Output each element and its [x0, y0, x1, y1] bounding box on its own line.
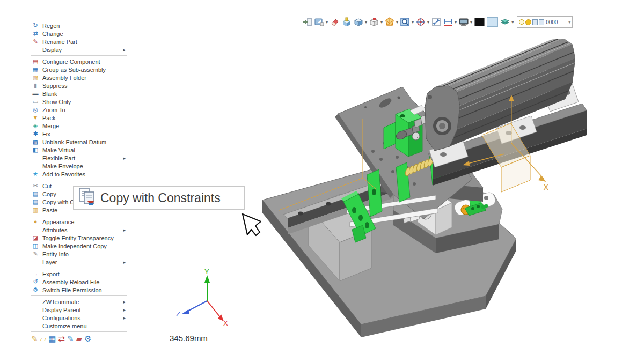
menu-item-rename-part[interactable]: ✎Rename Part: [31, 38, 127, 46]
merge-icon: ◈: [31, 122, 40, 130]
edit-part-icon[interactable]: ✎: [67, 334, 74, 344]
dropdown-caret-icon[interactable]: ▾: [380, 20, 383, 25]
menu-item-assembly-folder[interactable]: ▧Assembly Folder: [31, 73, 127, 82]
menu-item-entity-info[interactable]: ✎Entity Info: [31, 250, 127, 258]
menu-item-add-to-favorites[interactable]: ★Add to Favorites: [31, 170, 127, 178]
y-axis-arrow: [204, 275, 210, 283]
dropdown-caret-icon[interactable]: ▾: [455, 20, 457, 25]
pin-view-button[interactable]: [341, 16, 352, 28]
triad-x-label: X: [223, 319, 228, 327]
menu-item-display[interactable]: Display▸: [31, 46, 127, 54]
copy-with-constraints-icon: ▤: [31, 198, 40, 206]
menu-item-merge[interactable]: ◈Merge: [31, 122, 127, 130]
dropdown-caret-icon[interactable]: ▾: [427, 20, 429, 25]
black-color-swatch[interactable]: [474, 16, 485, 28]
menu-item-flexible-part[interactable]: Flexible Part▸: [31, 154, 127, 162]
corner-view-button[interactable]: [369, 16, 379, 28]
menu-item-label: Toggle Entity Transparency: [42, 235, 114, 241]
menu-item-regen[interactable]: ↻Regen: [31, 21, 127, 29]
menu-item-change[interactable]: ⇄Change: [31, 29, 127, 38]
suppress-icon: ▮: [31, 82, 40, 90]
erase-button[interactable]: [330, 16, 340, 28]
target-icon: [416, 17, 426, 27]
menu-item-label: Flexible Part: [42, 155, 75, 161]
dropdown-caret-icon[interactable]: ▾: [396, 20, 398, 25]
menu-item-suppress[interactable]: ▮Suppress: [31, 82, 127, 90]
menu-item-display-parent[interactable]: Display Parent▸: [31, 306, 127, 314]
active-color-swatch[interactable]: [486, 16, 499, 28]
menu-item-label: Configurations: [42, 315, 80, 321]
menu-item-label: Attributes: [42, 227, 67, 233]
menu-item-appearance[interactable]: ●Appearance: [31, 218, 127, 226]
appearance-icon: ●: [31, 218, 40, 226]
layer-manager-button[interactable]: [500, 16, 510, 28]
sheet-grid-icon: [539, 19, 544, 25]
point-snap-button[interactable]: [415, 16, 426, 28]
dropdown-caret-icon[interactable]: ▾: [326, 20, 328, 25]
menu-item-zoom-to[interactable]: ◎Zoom To: [31, 106, 127, 114]
display-monitor-button[interactable]: [458, 16, 469, 28]
menu-item-label: Configure Component: [42, 58, 100, 65]
menu-item-switch-file-permission[interactable]: ⚙Switch File Permission: [31, 286, 127, 294]
drawing-sheet-icon[interactable]: ▦: [48, 334, 56, 344]
combo-caret-icon[interactable]: ▾: [568, 20, 570, 25]
menu-item-pack[interactable]: ▼Pack: [31, 114, 127, 122]
transfer-arrows-icon[interactable]: ⇄: [58, 334, 65, 344]
configure-component-icon: ▤: [31, 57, 40, 65]
zoom-window-button[interactable]: [400, 16, 411, 28]
dropdown-caret-icon[interactable]: ▾: [470, 20, 472, 25]
menu-item-label: Display: [42, 47, 62, 53]
menu-item-make-envelope[interactable]: Make Envelope: [31, 162, 127, 170]
sketch-tool-icon[interactable]: ✎: [31, 334, 38, 344]
menu-item-make-virtual[interactable]: ◧Make Virtual: [31, 146, 127, 154]
part-settings-icon[interactable]: ⚙: [84, 334, 91, 344]
entity-info-icon: ✎: [31, 250, 40, 258]
menu-item-label: Assembly Folder: [42, 75, 86, 81]
exit-button[interactable]: [302, 16, 313, 28]
menu-item-attributes[interactable]: Attributes▸: [31, 226, 127, 234]
menu-item-assembly-reload-file[interactable]: ↺Assembly Reload File: [31, 278, 127, 286]
cursor-arrow: [243, 214, 261, 235]
menu-item-unblank-external-datum[interactable]: ▩Unblank External Datum: [31, 138, 127, 146]
fullscreen-icon: [431, 17, 441, 27]
menu-item-label: Appearance: [42, 219, 74, 225]
view-orientation-button[interactable]: [314, 16, 325, 28]
menu-item-blank[interactable]: ▬Blank: [31, 90, 127, 98]
submenu-arrow-icon: ▸: [123, 156, 126, 161]
menu-separator: [31, 180, 127, 180]
menu-item-customize-menu[interactable]: Customize menu: [31, 322, 127, 330]
menu-item-fix[interactable]: ✱Fix: [31, 130, 127, 138]
layer-combo[interactable]: 0000 ▾: [517, 16, 573, 28]
menu-item-group-as-sub-assembly[interactable]: ▦Group as Sub-assembly: [31, 65, 127, 73]
bulb-filled-icon: [525, 19, 531, 25]
menu-item-show-only[interactable]: ▭Show Only: [31, 98, 127, 106]
measure-width-button[interactable]: [443, 16, 453, 28]
menu-item-label: Cut: [42, 183, 52, 189]
triad-y-label: Y: [204, 268, 209, 276]
dropdown-caret-icon[interactable]: ▾: [412, 20, 414, 25]
menu-item-toggle-entity-transparency[interactable]: ◪Toggle Entity Transparency: [31, 234, 127, 242]
dropdown-caret-icon[interactable]: ▾: [511, 20, 514, 25]
open-folder-icon[interactable]: ▱: [40, 334, 47, 344]
fullscreen-button[interactable]: [431, 16, 442, 28]
menu-item-label: Merge: [42, 123, 59, 129]
menu-item-label: Make Independent Copy: [42, 243, 107, 249]
eraser-tool-icon[interactable]: ▰: [76, 334, 82, 344]
menu-item-label: Make Virtual: [42, 147, 75, 153]
measurement-readout: 345.69mm: [170, 334, 208, 343]
menu-item-layer[interactable]: Layer▸: [31, 258, 127, 266]
menu-item-make-independent-copy[interactable]: ◫Make Independent Copy: [31, 242, 127, 250]
shade-mode-button[interactable]: [353, 16, 364, 28]
menu-item-label: Add to Favorites: [42, 171, 85, 178]
menu-item-configure-component[interactable]: ▤Configure Component: [31, 57, 127, 65]
wireframe-mode-button[interactable]: [384, 16, 395, 28]
dropdown-caret-icon[interactable]: ▾: [365, 20, 367, 25]
paste-icon: ▥: [31, 206, 40, 214]
menu-item-export[interactable]: →Export: [31, 270, 127, 278]
black-swatch: [474, 18, 485, 26]
menu-item-configurations[interactable]: Configurations▸: [31, 314, 127, 322]
layer-combo-value: 0000: [546, 19, 558, 25]
menu-item-zwteammate[interactable]: ZWTeammate▸: [31, 298, 127, 306]
menu-item-label: Customize menu: [42, 323, 87, 329]
submenu-arrow-icon: ▸: [123, 227, 126, 233]
